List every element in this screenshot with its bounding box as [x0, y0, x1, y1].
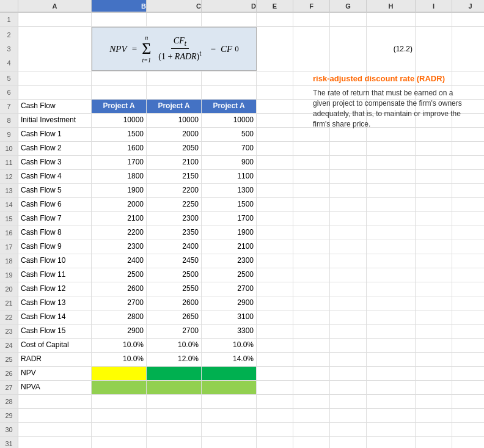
- cell-11c: 2100: [147, 156, 202, 169]
- col-header-h: H: [367, 0, 416, 12]
- sidebar-body: The rate of return that must be earned o…: [313, 88, 472, 129]
- empty-rows: 28 29 30 31: [0, 395, 484, 448]
- cell-formula-e: [257, 27, 293, 71]
- cell-11d: 900: [202, 156, 257, 169]
- cell-24a: Cost of Capital: [18, 339, 92, 352]
- cell-24b: 10.0%: [92, 339, 147, 352]
- cell-17a: Cash Flow 9: [18, 240, 92, 254]
- cell-12d: 1100: [202, 170, 257, 183]
- cell-formula-h: (12.2): [367, 27, 416, 71]
- cell-10c: 2050: [147, 142, 202, 155]
- row-20: 20 Cash Flow 12 2600 2550 2700: [0, 282, 484, 296]
- row-12: 12 Cash Flow 4 1800 2150 1100: [0, 170, 484, 184]
- row-24: 24 Cost of Capital 10.0% 10.0% 10.0%: [0, 339, 484, 353]
- cell-27c: [147, 381, 202, 394]
- cell-21d: 2900: [202, 296, 257, 310]
- row-14: 14 Cash Flow 6 2000 2250 1500: [0, 198, 484, 212]
- cell-21c: 2600: [147, 296, 202, 310]
- cell-formula-i: [416, 27, 452, 71]
- cell-27d: [202, 381, 257, 394]
- cell-23d: 3300: [202, 325, 257, 338]
- cell-26d: [202, 367, 257, 380]
- cell-18a: Cash Flow 10: [18, 254, 92, 268]
- cell-23c: 2700: [147, 325, 202, 338]
- cell-14a: Cash Flow 6: [18, 198, 92, 211]
- cell-25c: 12.0%: [147, 353, 202, 366]
- row-31: 31: [0, 437, 484, 448]
- cell-20d: 2700: [202, 282, 257, 296]
- cell-23a: Cash Flow 15: [18, 325, 92, 338]
- row-23: 23 Cash Flow 15 2900 2700 3300: [0, 325, 484, 339]
- cell-1a: [18, 13, 92, 26]
- cell-7b: Project A: [92, 100, 147, 113]
- data-rows: 8 Initial Investment 10000 10000 10000 9…: [0, 114, 484, 367]
- cell-19b: 2500: [92, 268, 147, 282]
- cell-19d: 2500: [202, 268, 257, 282]
- cell-1b: [92, 13, 147, 26]
- cell-15b: 2100: [92, 212, 147, 226]
- corner-header: [0, 0, 18, 12]
- cell-17d: 2100: [202, 240, 257, 254]
- cell-1j: [452, 13, 484, 26]
- cell-9c: 2000: [147, 128, 202, 141]
- cell-13c: 2200: [147, 184, 202, 197]
- row-19: 19 Cash Flow 11 2500 2500 2500: [0, 268, 484, 282]
- cell-13a: Cash Flow 5: [18, 184, 92, 197]
- cell-19c: 2500: [147, 268, 202, 282]
- cell-16c: 2350: [147, 226, 202, 240]
- cell-8a: Initial Investment: [18, 114, 92, 127]
- row-13: 13 Cash Flow 5 1900 2200 1300: [0, 184, 484, 198]
- cell-26c: [147, 367, 202, 380]
- cell-1i: [416, 13, 452, 26]
- row-9: 9 Cash Flow 1 1500 2000 500: [0, 128, 484, 142]
- cell-22c: 2650: [147, 310, 202, 324]
- cell-1d: [202, 13, 257, 26]
- col-header-f: F: [293, 0, 330, 12]
- cell-21a: Cash Flow 13: [18, 296, 92, 310]
- row-16: 16 Cash Flow 8 2200 2350 1900: [0, 226, 484, 240]
- cell-25a: RADR: [18, 353, 92, 366]
- cell-7a: Cash Flow: [18, 100, 92, 113]
- cell-11b: 1700: [92, 156, 147, 169]
- col-header-i: I: [416, 0, 452, 12]
- row-21: 21 Cash Flow 13 2700 2600 2900: [0, 296, 484, 310]
- spreadsheet: A B C D E F G H I J 1 2: [0, 0, 484, 448]
- cell-24d: 10.0%: [202, 339, 257, 352]
- npv-formula: NPV = n Σ t=1 CFt (1 + RADR)t − CF0: [109, 34, 238, 64]
- cell-22d: 3100: [202, 310, 257, 324]
- col-header-c: C: [147, 0, 202, 12]
- col-header-a: A: [18, 0, 92, 12]
- cell-15c: 2300: [147, 212, 202, 226]
- cell-13d: 1300: [202, 184, 257, 197]
- cell-18c: 2450: [147, 254, 202, 268]
- cell-26b: [92, 367, 147, 380]
- cell-14c: 2250: [147, 198, 202, 211]
- cell-15d: 1700: [202, 212, 257, 226]
- cell-9a: Cash Flow 1: [18, 128, 92, 141]
- cell-1c: [147, 13, 202, 26]
- cell-1g: [330, 13, 367, 26]
- cell-15a: Cash Flow 7: [18, 212, 92, 226]
- cell-17c: 2400: [147, 240, 202, 254]
- cell-23b: 2900: [92, 325, 147, 338]
- formula-row: 234 NPV = n Σ t=1 CFt (1 + RADR)t: [0, 27, 484, 72]
- row-29: 29: [0, 409, 484, 423]
- cell-1h: [367, 13, 416, 26]
- cell-13b: 1900: [92, 184, 147, 197]
- row-18: 18 Cash Flow 10 2400 2450 2300: [0, 254, 484, 268]
- cell-12b: 1800: [92, 170, 147, 183]
- row-26: 26 NPV: [0, 367, 484, 381]
- cell-14b: 2000: [92, 198, 147, 211]
- formula-cell: NPV = n Σ t=1 CFt (1 + RADR)t − CF0: [92, 27, 257, 71]
- row-25: 25 RADR 10.0% 12.0% 14.0%: [0, 353, 484, 367]
- row-22: 22 Cash Flow 14 2800 2650 3100: [0, 310, 484, 325]
- cell-16a: Cash Flow 8: [18, 226, 92, 240]
- cell-18b: 2400: [92, 254, 147, 268]
- cell-27b: [92, 381, 147, 394]
- cell-27a: NPVA: [18, 381, 92, 394]
- cell-10a: Cash Flow 2: [18, 142, 92, 155]
- cell-9d: 500: [202, 128, 257, 141]
- col-header-j: J: [452, 0, 484, 12]
- cell-26a: NPV: [18, 367, 92, 380]
- cell-11a: Cash Flow 3: [18, 156, 92, 169]
